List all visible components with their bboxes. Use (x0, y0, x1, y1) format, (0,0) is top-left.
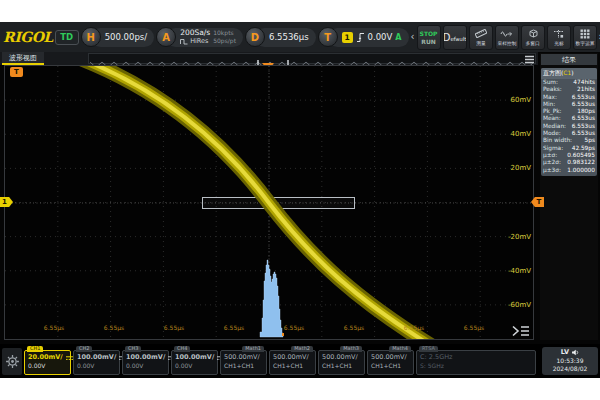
stat-row: Max:6.553us (541, 94, 597, 101)
toolbar-button-digital-math[interactable]: 数字运算 (573, 25, 597, 50)
channel-tab: Math4 (389, 346, 411, 352)
stat-value: 6.553us (572, 101, 595, 108)
acquire-group: A 200Sa/s HiRes 10kpts 50ps/pt (156, 27, 243, 47)
toolbar-button-label: 多窗口 (525, 40, 539, 46)
waveform-display: 60mV40mV20mV-20mV-40mV-60mV 6.55µs6.55µs… (4, 65, 534, 340)
stat-label: Sigma: (543, 145, 563, 152)
channel-offset: 0.00V (126, 362, 165, 370)
stat-value: 0.983122 (567, 159, 595, 166)
delay-knob[interactable]: D (245, 27, 265, 47)
results-panel: 结果 直方图(C1) Sum:474hitsPeaks:21hitsMax:6.… (540, 53, 598, 340)
toolbar-button-label: 光标 (554, 40, 564, 46)
channel-scale: 100.00mV/ (77, 353, 116, 362)
histogram-title-close: ) (571, 69, 573, 78)
toolbar-button-measure[interactable]: 测量 (469, 25, 493, 50)
toolbar-button-multi-window[interactable]: 多窗口 (521, 25, 545, 50)
toolbar-buttons: STOPRUNDefault测量采样控制多窗口光标数字运算 (417, 25, 597, 50)
delay-group: D 6.5536µs (245, 27, 316, 47)
stat-value: 6.553us (572, 130, 595, 137)
channel-scale: 500.00mV/ (224, 353, 260, 362)
stat-row: μ±3σ:1.000000 (541, 167, 597, 174)
stat-label: Mean: (543, 115, 561, 122)
channel-tab: CH4 (174, 346, 190, 352)
acquire-mode: HiRes (190, 37, 208, 45)
channel-offset: 0.00V (28, 362, 67, 370)
stat-row: Sigma:42.59ps (541, 145, 597, 152)
toolbar-button-cursor[interactable]: 光标 (547, 25, 571, 50)
channel-box-ch4[interactable]: CH4100.00mV/0.00V (171, 350, 218, 375)
channel-offset: CH1+CH1 (224, 362, 263, 370)
quick-menu-icon (511, 324, 531, 338)
channel-marker-label: 1 (2, 198, 7, 206)
horizontal-group: H 500.00ps/ (81, 27, 154, 47)
channel-box-math2[interactable]: Math2500.00mV/CH1+CH1 (269, 350, 316, 375)
stat-value: 180ps (577, 108, 595, 115)
acquire-value[interactable]: 200Sa/s HiRes 10kpts 50ps/pt (166, 28, 243, 47)
channel-tab: Math1 (242, 346, 264, 352)
rtsa-tab: RTSA (419, 346, 438, 352)
channel-offset: CH1+CH1 (371, 362, 410, 370)
settings-gear-button[interactable] (2, 348, 22, 375)
channel-tab: CH3 (125, 346, 141, 352)
default-label: Default (443, 32, 467, 43)
trigger-status-badge: TD (55, 30, 79, 45)
channel-box-ch3[interactable]: CH3100.00mV/0.00V (122, 350, 169, 375)
trigger-sweep-mode: A (395, 33, 401, 42)
histogram-results-card[interactable]: 直方图(C1) Sum:474hitsPeaks:21hitsMax:6.553… (541, 68, 597, 176)
results-header[interactable]: 结果 (541, 54, 597, 65)
top-toolbar: RIGOL TD H 500.00ps/ A 200Sa/s HiRes (0, 22, 600, 52)
oscilloscope-screen: RIGOL TD H 500.00ps/ A 200Sa/s HiRes (0, 22, 600, 378)
cube-icon (527, 28, 538, 39)
stat-row: Pk_Pk:180ps (541, 108, 597, 115)
y-axis-label: 60mV (510, 96, 531, 104)
channel-scale: 500.00mV/ (273, 353, 309, 362)
toolbar-button-stop-run[interactable]: STOPRUN (417, 25, 441, 50)
channel-offset: CH1+CH1 (322, 362, 361, 370)
speaker-icon (571, 349, 579, 356)
trigger-level: 0.00V (368, 32, 393, 42)
toolbar-button-sample-control[interactable]: 采样控制 (495, 25, 519, 50)
gear-icon (5, 354, 20, 369)
stat-label: Pk_Pk: (543, 108, 562, 115)
y-axis-label: -60mV (508, 301, 531, 309)
channel-box-math4[interactable]: Math4500.00mV/CH1+CH1 (367, 350, 414, 375)
menu-icon[interactable] (524, 55, 535, 64)
stat-label: μ±3σ: (543, 167, 561, 174)
stat-row: Min:6.553us (541, 101, 597, 108)
quick-menu-button[interactable] (511, 324, 531, 338)
stat-label: Median: (543, 123, 566, 130)
rising-edge-icon (356, 32, 365, 43)
x-axis-label: 6.55µs (104, 324, 124, 331)
x-axis-label: 6.55µs (224, 324, 244, 331)
tab-waveform-view[interactable]: 波形视图 (2, 52, 44, 65)
system-status-clock[interactable]: LV 10:53:39 2024/08/02 (542, 347, 598, 375)
record-overview-strip[interactable] (88, 53, 536, 64)
toolbar-button-label: 数字运算 (575, 40, 594, 46)
y-axis-label: 40mV (510, 130, 531, 138)
stat-row: Median:6.553us (541, 123, 597, 130)
toolbar-scroll-left[interactable]: ‹ (411, 32, 415, 42)
trigger-knob[interactable]: T (318, 27, 338, 47)
stat-label: Min: (543, 101, 555, 108)
rtsa-span: S: 5GHz (420, 362, 532, 370)
stat-label: μ±2σ: (543, 159, 561, 166)
channel-tab: CH1 (27, 346, 43, 352)
toolbar-button-default[interactable]: Default (443, 25, 467, 50)
acquire-knob[interactable]: A (156, 27, 176, 47)
channel-offset: 0.00V (77, 362, 116, 370)
channel-box-math1[interactable]: Math1500.00mV/CH1+CH1 (220, 350, 267, 375)
stat-value: 474hits (573, 79, 595, 86)
sample-rate: 200Sa/s (180, 29, 210, 37)
channel-scale: 100.00mV/ (126, 353, 165, 362)
rtsa-box[interactable]: RTSA C: 2.5GHz S: 5GHz (416, 350, 536, 375)
stat-row: Mode:6.553us (541, 130, 597, 137)
trigger-value[interactable]: 1 0.00V A (328, 28, 409, 47)
channel-box-ch1[interactable]: CH120.00mV/0.00V (24, 350, 71, 375)
stat-value: 6.553us (572, 94, 595, 101)
channel-offset: CH1+CH1 (273, 362, 312, 370)
stat-value: 1.000000 (567, 167, 595, 174)
horizontal-knob[interactable]: H (81, 27, 101, 47)
channel-box-math3[interactable]: Math3500.00mV/CH1+CH1 (318, 350, 365, 375)
grid-icon (580, 29, 590, 39)
channel-box-ch2[interactable]: CH2100.00mV/0.00V (73, 350, 120, 375)
